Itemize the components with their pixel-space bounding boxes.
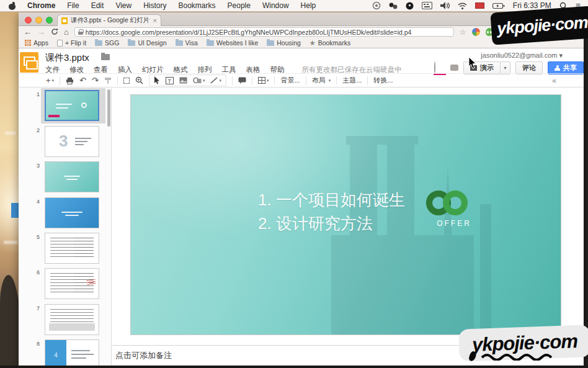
- present-options-caret[interactable]: ▾: [501, 61, 510, 74]
- menu-window[interactable]: Window: [262, 1, 289, 10]
- bookmark-folder-sgg[interactable]: SGG: [95, 39, 119, 47]
- menu-history[interactable]: History: [143, 1, 166, 10]
- home-button[interactable]: ⌂: [64, 28, 69, 36]
- menu-edit[interactable]: Edit: [91, 1, 104, 10]
- input-source-icon[interactable]: [422, 2, 432, 9]
- minimize-window-button[interactable]: [35, 17, 42, 24]
- toolbar-overflow-icon[interactable]: «: [552, 76, 556, 85]
- transition-button[interactable]: 转换...: [373, 76, 393, 85]
- star-icon: ★: [310, 40, 316, 47]
- print-icon[interactable]: [66, 77, 74, 84]
- paint-format-icon[interactable]: [104, 77, 112, 84]
- zoom-window-button[interactable]: [46, 17, 53, 24]
- offer-logo-text: OFFER: [426, 219, 482, 228]
- wifi-icon[interactable]: [458, 2, 467, 9]
- desktop-label-fragment: [5, 132, 16, 135]
- input-language-flag-icon[interactable]: [475, 2, 484, 9]
- battery-icon: [492, 2, 505, 9]
- theme-button[interactable]: 主题...: [342, 76, 362, 85]
- slide-8-thumbnail[interactable]: 4: [45, 339, 99, 368]
- insert-tools-group: T ▾ ▾: [149, 74, 226, 86]
- bookmark-folder-websites[interactable]: Websites I like: [207, 39, 259, 47]
- slide-title-text[interactable]: 1. 一个项目如何诞生 2. 设计研究方法: [258, 188, 405, 235]
- bookmark-folder-ui-design[interactable]: UI Design: [128, 39, 166, 47]
- slide-canvas[interactable]: 1. 一个项目如何诞生 2. 设计研究方法 OFFER: [130, 94, 561, 335]
- menu-app-name[interactable]: Chrome: [27, 1, 55, 10]
- insert-shape-icon[interactable]: ▾: [193, 77, 205, 84]
- menu-help[interactable]: Help: [301, 1, 316, 10]
- menu-bookmarks[interactable]: Bookmarks: [179, 1, 216, 10]
- speaker-notes-placeholder[interactable]: 点击可添加备注: [115, 350, 172, 361]
- move-to-folder-icon[interactable]: [101, 54, 110, 60]
- thumbnail-row-4[interactable]: 4: [19, 197, 112, 232]
- close-window-button[interactable]: [25, 17, 32, 24]
- bookmark-folder-housing[interactable]: Housing: [267, 39, 301, 47]
- swirl-status-icon[interactable]: [372, 1, 381, 10]
- bookmark-star-icon[interactable]: ☆: [460, 28, 466, 37]
- folder-icon: [95, 40, 102, 46]
- redo-icon[interactable]: ↷: [92, 76, 99, 84]
- slide-5-thumbnail[interactable]: [45, 233, 99, 264]
- thumbnail-row-6[interactable]: 6: [19, 268, 112, 303]
- thumbnail-number: 1: [19, 91, 40, 97]
- new-slide-button[interactable]: +▾: [46, 76, 54, 84]
- slide-1-thumbnail[interactable]: [45, 90, 99, 121]
- insert-line-icon[interactable]: ▾: [210, 77, 221, 84]
- menu-people[interactable]: People: [228, 1, 251, 10]
- watermark-squiggle: [481, 353, 561, 361]
- menu-file[interactable]: File: [67, 1, 79, 10]
- slide-6-thumbnail[interactable]: [45, 268, 99, 299]
- back-button[interactable]: ←: [24, 28, 32, 36]
- text-box-icon[interactable]: T: [166, 77, 174, 84]
- thumbnail-row-1[interactable]: 1: [19, 90, 112, 125]
- zoom-icon[interactable]: [135, 76, 143, 84]
- bookmark-folder-visa[interactable]: Visa: [176, 39, 198, 47]
- menu-view[interactable]: View: [115, 1, 131, 10]
- slides-app-icon[interactable]: [20, 52, 38, 73]
- wallpaper-right-strip: [584, 12, 588, 368]
- comments-button[interactable]: 评论: [515, 61, 543, 74]
- layout-button[interactable]: 布局▾: [312, 76, 331, 85]
- volume-icon[interactable]: [440, 2, 450, 9]
- slide-thumbnail-panel: 1 2 3 3 4: [19, 88, 112, 368]
- insert-image-icon[interactable]: [179, 77, 187, 84]
- slide-4-thumbnail[interactable]: [45, 197, 99, 228]
- thumbnail-row-5[interactable]: 5: [19, 233, 112, 267]
- slide-2-thumbnail[interactable]: 3: [45, 126, 99, 157]
- background-button[interactable]: 背景...: [280, 76, 300, 85]
- extension-wheel-icon[interactable]: [472, 28, 480, 36]
- undo-icon[interactable]: ↶: [79, 76, 86, 84]
- forward-button[interactable]: →: [37, 28, 45, 36]
- bookmark-apps[interactable]: Apps: [25, 39, 48, 47]
- thumbnail-number: 7: [19, 305, 40, 312]
- insert-table-icon[interactable]: ▾: [258, 77, 269, 84]
- mouse-cursor: [468, 57, 477, 70]
- share-button[interactable]: 共享: [548, 61, 584, 74]
- apple-menu-icon[interactable]: [9, 2, 16, 10]
- reload-button[interactable]: [51, 28, 58, 37]
- bookmark-bookmarks[interactable]: ★ Bookmarks: [310, 39, 350, 47]
- browser-tab[interactable]: 课件3.pptx - Google 幻灯片 ×: [57, 14, 161, 26]
- insert-comment-icon[interactable]: [238, 77, 246, 84]
- bookmark-flip-it[interactable]: + Flip it: [57, 39, 86, 47]
- select-cursor-icon[interactable]: [154, 76, 160, 84]
- document-title[interactable]: 课件3.pptx: [45, 52, 89, 64]
- thumbnail-row-3[interactable]: 3: [19, 161, 112, 196]
- offer-logo[interactable]: OFFER: [426, 191, 482, 228]
- account-email[interactable]: jasonliu0522@gmail.com ▾: [481, 52, 563, 60]
- comment-bubble-icon[interactable]: [450, 65, 458, 71]
- anonymous-viewer-avatar[interactable]: [434, 62, 445, 73]
- dark-circle-status-icon[interactable]: [406, 2, 414, 10]
- macos-menu-bar: Chrome File Edit View History Bookmarks …: [0, 0, 588, 12]
- paw-status-icon[interactable]: [389, 2, 398, 10]
- address-bar[interactable]: https://docs.google.com/presentation/d/1…: [74, 27, 454, 37]
- slide-text-line-1: 1. 一个项目如何诞生: [258, 188, 405, 212]
- slide-3-thumbnail[interactable]: [45, 161, 99, 192]
- zoom-fit-icon[interactable]: [123, 78, 130, 84]
- thumbnail-row-2[interactable]: 2 3: [19, 126, 112, 161]
- slide-7-thumbnail[interactable]: [45, 304, 99, 335]
- thumbnail-row-8[interactable]: 8 4: [19, 339, 112, 368]
- desktop-icon-fragment[interactable]: [11, 203, 19, 218]
- thumbnail-row-7[interactable]: 7: [19, 304, 112, 339]
- close-tab-icon[interactable]: ×: [153, 17, 157, 24]
